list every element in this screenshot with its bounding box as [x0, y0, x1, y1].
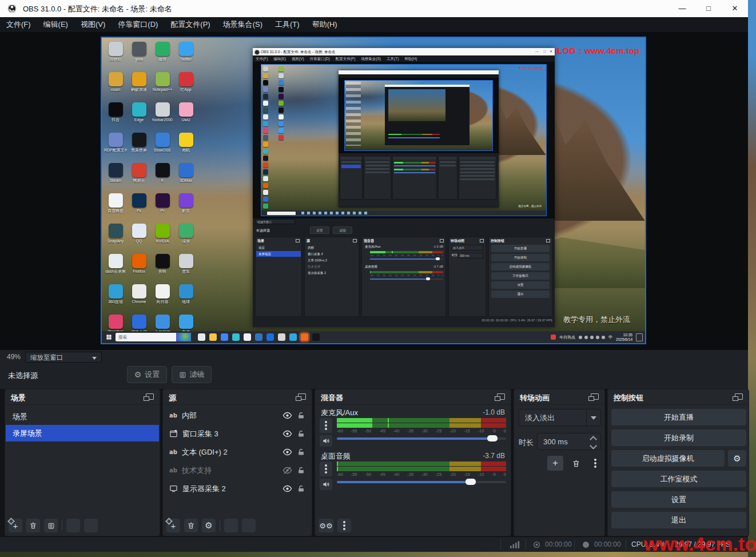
scene-item[interactable]: 场景	[6, 408, 159, 425]
menu-item[interactable]: 帮助(H)	[306, 17, 344, 32]
preview-region[interactable]: 回收站xsam抖音RDP配置文件Steam百度网盘SnapAnydash云桌面3…	[0, 32, 748, 350]
transition-menu-button[interactable]	[588, 456, 602, 470]
start-recording-button[interactable]: 开始录制	[611, 429, 746, 446]
popout-icon[interactable]	[298, 393, 306, 400]
close-button[interactable]: ✕	[722, 0, 748, 17]
source-row[interactable]: 窗口采集 3	[164, 425, 311, 443]
inner-minimize-icon: —	[535, 48, 539, 55]
source-move-up-button[interactable]	[224, 519, 238, 532]
source-filters-button[interactable]: 滤镜	[172, 366, 212, 383]
stream-status-icon	[533, 541, 540, 548]
spinner-up-icon[interactable]	[591, 437, 596, 440]
lock-icon[interactable]	[297, 448, 305, 456]
inner-scenes-panel: 场景 场景 录屏场景	[255, 237, 302, 317]
settings-button[interactable]: 设置	[611, 491, 746, 508]
source-properties-gear-button[interactable]: ⚙	[202, 519, 216, 532]
studio-mode-button[interactable]: 工作室模式	[611, 471, 746, 487]
advanced-audio-button[interactable]: ⚙⚙	[319, 519, 333, 532]
maximize-button[interactable]: □	[695, 0, 722, 17]
wallpaper-right-strip	[748, 0, 756, 557]
track-menu-button[interactable]	[320, 418, 332, 433]
volume-slider[interactable]	[337, 437, 506, 440]
source-properties-button[interactable]: ⚙ 设置	[127, 366, 167, 383]
desktop-icon: 影音	[174, 192, 197, 222]
source-row[interactable]: 显示器采集 2	[164, 480, 311, 498]
inner-sources-panel: 源 内部 窗口采集 3 文本 (GDI+) 2 技术支持 显示器采集 2	[304, 237, 359, 317]
volume-slider[interactable]	[337, 481, 506, 483]
desktop-icon: 微信	[151, 40, 174, 70]
scene-item-selected[interactable]: 录屏场景	[6, 425, 159, 441]
wallpaper-bottom-strip	[0, 551, 748, 557]
filter-icon	[179, 371, 186, 379]
visibility-eye-off-icon[interactable]	[282, 466, 292, 475]
lock-icon[interactable]	[297, 484, 305, 493]
menu-bar: 文件(F)编辑(E)视图(V)停靠窗口(D)配置文件(P)场景集合(S)工具(T…	[0, 17, 748, 32]
visibility-eye-icon[interactable]	[282, 429, 292, 439]
inner-transitions-panel: 转场动画 淡入淡出 300 ms 时长	[448, 237, 486, 317]
track-db: -3.7 dB	[483, 452, 505, 460]
visibility-eye-icon[interactable]	[282, 447, 292, 457]
track-mute-button[interactable]	[320, 479, 332, 490]
lock-icon[interactable]	[297, 429, 305, 438]
desktop-icon: 剪映	[151, 252, 174, 283]
mixer-menu-button[interactable]	[337, 519, 351, 532]
record-time: 00:00:00	[594, 540, 621, 548]
taskbar-icons	[198, 333, 320, 341]
menu-item[interactable]: 配置文件(P)	[164, 17, 216, 32]
popout-icon[interactable]	[146, 393, 154, 400]
source-move-down-button[interactable]	[242, 519, 256, 532]
desktop-icon: 360压缩	[104, 283, 127, 313]
scene-move-down-button[interactable]	[84, 519, 98, 532]
fit-mode-dropdown[interactable]: 缩放至窗口	[25, 352, 102, 363]
lock-icon[interactable]	[297, 411, 305, 420]
desktop-icon: 回收站	[104, 40, 127, 70]
popout-icon[interactable]	[735, 393, 743, 400]
notification-icon	[636, 333, 643, 341]
inner-close-icon: ✕	[550, 48, 552, 55]
remove-scene-button[interactable]	[26, 519, 40, 532]
scene-move-up-button[interactable]	[66, 519, 80, 532]
spinner-down-icon[interactable]	[591, 443, 596, 447]
menu-item[interactable]: 停靠窗口(D)	[112, 17, 164, 32]
transition-select[interactable]: 淡入淡出	[519, 409, 601, 426]
desktop-icon: dash云桌面	[104, 252, 127, 283]
menu-item[interactable]: 编辑(E)	[37, 17, 74, 32]
menu-item: 视图(V)	[289, 55, 307, 62]
scene-filters-button[interactable]	[44, 519, 58, 532]
remove-source-button[interactable]	[184, 519, 198, 532]
inner-mixer-panel: 混音器 麦克风/Aux -1.0 dB -60-55-50-45-40-35-3…	[361, 237, 446, 317]
add-transition-button[interactable]: +	[547, 456, 563, 471]
remove-transition-button[interactable]	[569, 456, 583, 470]
volume-meter	[337, 467, 506, 471]
blog-watermark-text: BLOG：www.4cm.top	[551, 46, 639, 57]
display-capture-preview[interactable]: 回收站xsam抖音RDP配置文件Steam百度网盘SnapAnydash云桌面3…	[101, 37, 646, 344]
menu-item[interactable]: 文件(F)	[0, 17, 37, 32]
desktop-icon: 网易云	[128, 161, 150, 192]
exit-button[interactable]: 退出	[611, 512, 746, 528]
window-title: OBS 31.0.0 - 配置文件: 未命名 - 场景: 未命名	[23, 4, 172, 14]
menu-item[interactable]: 视图(V)	[74, 17, 112, 32]
inner-obs-window: OBS 31.0.0 - 配置文件: 未命名 - 场景: 未命名 — □ ✕ 文…	[253, 48, 555, 327]
track-mute-button[interactable]	[320, 435, 332, 447]
text-source-icon: ab	[169, 449, 177, 455]
start-streaming-button[interactable]: 开始直播	[611, 409, 746, 425]
duration-label: 时长	[519, 437, 534, 448]
popout-icon[interactable]	[497, 393, 505, 400]
track-menu-button[interactable]	[320, 461, 332, 476]
visibility-eye-icon[interactable]	[282, 411, 292, 420]
popout-icon[interactable]	[591, 393, 599, 400]
source-row[interactable]: ab 内部	[164, 407, 311, 424]
source-row[interactable]: ab 文本 (GDI+) 2	[164, 443, 311, 461]
source-row-hidden[interactable]: ab 技术支持	[164, 461, 311, 479]
lock-icon[interactable]	[297, 466, 305, 475]
visibility-eye-icon[interactable]	[282, 484, 292, 494]
virtual-cam-config-button[interactable]: ⚙	[728, 450, 746, 467]
menu-item: 配置文件(P)	[333, 55, 359, 62]
menu-item[interactable]: 场景集合(S)	[217, 17, 269, 32]
start-virtual-cam-button[interactable]: 启动虚拟摄像机	[611, 450, 725, 467]
duration-spinner[interactable]: 300 ms	[537, 433, 601, 450]
menu-item[interactable]: 工具(T)	[269, 17, 306, 32]
level2-taskbar	[261, 210, 546, 216]
minimize-button[interactable]: —	[669, 0, 695, 17]
controls-panel: 控制按钮 开始直播 开始录制 启动虚拟摄像机 ⚙ 工作室模式 设置 退出	[607, 389, 749, 536]
